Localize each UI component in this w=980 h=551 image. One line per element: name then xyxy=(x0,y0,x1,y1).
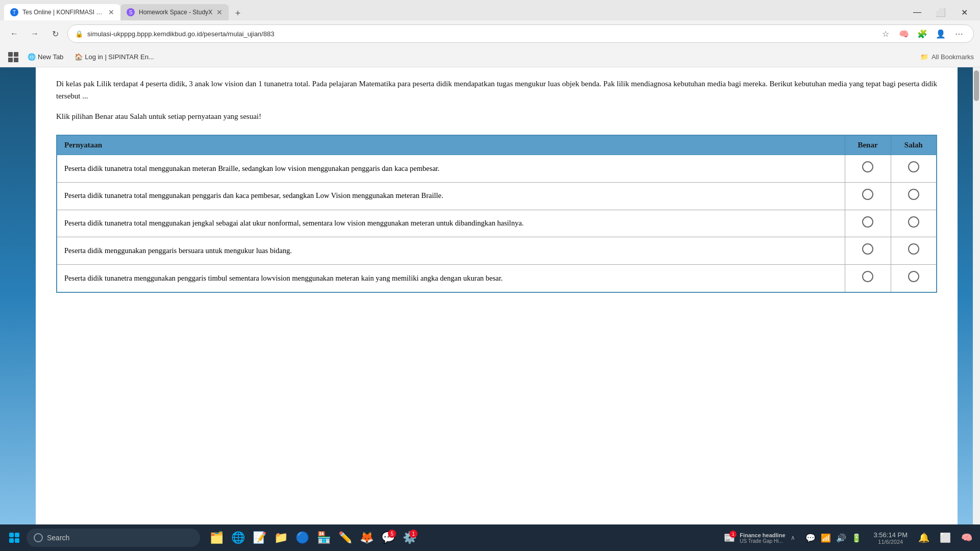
scrollbar-thumb[interactable] xyxy=(974,70,979,101)
salah-radio[interactable] xyxy=(908,189,919,200)
start-button[interactable] xyxy=(4,528,24,548)
battery-icon[interactable]: 🔋 xyxy=(851,533,862,543)
salah-cell[interactable] xyxy=(891,237,937,265)
address-field[interactable]: 🔒 simulasi-ukpppg.bppp.kemdikbud.go.id/p… xyxy=(67,24,974,43)
benar-cell[interactable] xyxy=(845,182,891,210)
taskbar-app-firefox[interactable]: 🦊 xyxy=(356,528,377,548)
whatsapp-badge: 5 xyxy=(388,530,396,538)
sipintar-icon: 🏠 xyxy=(75,53,83,61)
taskbar-app-browser[interactable]: 🔵 xyxy=(292,528,312,548)
col-pernyataan: Pernyataan xyxy=(57,135,845,155)
salah-radio[interactable] xyxy=(908,216,919,228)
salah-cell[interactable] xyxy=(891,155,937,183)
chevron-up-icon: ∧ xyxy=(791,534,795,541)
benar-cell[interactable] xyxy=(845,155,891,183)
salah-radio[interactable] xyxy=(908,243,919,255)
benar-radio[interactable] xyxy=(862,161,873,172)
benar-radio[interactable] xyxy=(862,189,873,200)
file-explorer-icon: 🗂️ xyxy=(210,531,224,544)
maximize-button[interactable]: ⬜ xyxy=(929,4,952,20)
tab1-title: Tes Online | KONFIRMASI DATA xyxy=(22,9,104,16)
benar-cell[interactable] xyxy=(845,210,891,237)
notification-item[interactable]: 📰 1 Finance headline US Trade Gap Hi... xyxy=(722,531,785,545)
taskbar-app-chrome[interactable]: ⚙️ 1 xyxy=(399,528,420,548)
search-placeholder: Search xyxy=(47,534,69,542)
salah-cell[interactable] xyxy=(891,265,937,292)
brain-icon[interactable]: 🧠 xyxy=(897,27,911,41)
tab1-close[interactable]: ✕ xyxy=(108,8,114,16)
taskbar-app-edge[interactable]: 🌐 xyxy=(228,528,248,548)
instruction-text: Klik pilihan Benar atau Salah untuk seti… xyxy=(56,110,937,122)
windows-logo xyxy=(9,533,19,543)
tab-inactive[interactable]: S Homework Space - StudyX ✕ xyxy=(120,4,229,20)
table-row: Peserta didik menggunakan penggaris bers… xyxy=(57,237,937,265)
title-bar: T Tes Online | KONFIRMASI DATA ✕ S Homew… xyxy=(0,0,980,20)
forward-button[interactable]: → xyxy=(27,26,43,42)
taskbar-app-file-explorer[interactable]: 🗂️ xyxy=(206,528,227,548)
page-content: Di kelas pak Lilik terdapat 4 peserta di… xyxy=(0,67,980,524)
notif-subtitle: US Trade Gap Hi... xyxy=(740,538,785,544)
benar-cell[interactable] xyxy=(845,237,891,265)
clock-date: 11/6/2024 xyxy=(878,539,903,545)
profile-icon[interactable]: 👤 xyxy=(934,27,948,41)
volume-icon[interactable]: 🔊 xyxy=(836,533,846,543)
chevron-area[interactable]: ∧ xyxy=(789,534,797,541)
table-row: Peserta didik tunanetra total menggunaka… xyxy=(57,182,937,210)
taskbar-app-store[interactable]: 🏪 xyxy=(313,528,334,548)
salah-radio[interactable] xyxy=(908,271,919,282)
benar-radio[interactable] xyxy=(862,271,873,282)
logo-sq1 xyxy=(9,533,14,537)
address-bar-row: ← → ↻ 🔒 simulasi-ukpppg.bppp.kemdikbud.g… xyxy=(0,20,980,47)
all-bookmarks-label: All Bookmarks xyxy=(932,53,974,61)
tab2-favicon: S xyxy=(127,8,135,16)
salah-cell[interactable] xyxy=(891,182,937,210)
apps-dot xyxy=(8,58,13,62)
search-bar[interactable]: Search xyxy=(27,529,200,547)
apps-button[interactable] xyxy=(6,50,20,64)
refresh-button[interactable]: ↻ xyxy=(47,26,63,42)
back-button[interactable]: ← xyxy=(6,26,22,42)
lock-icon: 🔒 xyxy=(75,30,83,38)
chat-icon[interactable]: 💬 xyxy=(805,533,816,543)
statement-cell: Peserta didik menggunakan penggaris bers… xyxy=(57,237,845,265)
star-icon[interactable]: ☆ xyxy=(878,27,893,41)
notification-bell[interactable]: 🔔 xyxy=(915,529,933,547)
taskbar-app-pencil[interactable]: ✏️ xyxy=(335,528,355,548)
salah-cell[interactable] xyxy=(891,210,937,237)
benar-cell[interactable] xyxy=(845,265,891,292)
sipintar-link[interactable]: 🏠 Log in | SIPINTAR En... xyxy=(70,51,158,63)
sys-icons: 💬 📶 🔊 🔋 xyxy=(800,533,867,543)
pencil-icon: ✏️ xyxy=(338,531,352,544)
notif-icon: 📰 1 xyxy=(722,531,737,545)
address-end-icons: ☆ 🧠 🧩 👤 ⋯ xyxy=(878,27,966,41)
logo-sq2 xyxy=(15,533,19,537)
brain-taskbar-icon[interactable]: 🧠 xyxy=(958,529,976,547)
taskbar-app-notepad[interactable]: 📝 xyxy=(249,528,270,548)
benar-radio[interactable] xyxy=(862,243,873,255)
extensions-icon[interactable]: 🧩 xyxy=(915,27,929,41)
statement-cell: Peserta didik tunanetra total menggunaka… xyxy=(57,210,845,237)
bookmarks-folder-icon: 📁 xyxy=(920,53,928,61)
right-accent xyxy=(958,67,973,524)
benar-radio[interactable] xyxy=(862,216,873,228)
taskbar: Search 🗂️ 🌐 📝 📁 🔵 🏪 ✏️ 🦊 💬 5 ⚙️ 1 📰 xyxy=(0,524,980,551)
scrollbar[interactable] xyxy=(973,67,980,524)
clock-area[interactable]: 3:56:14 PM 11/6/2024 xyxy=(870,531,912,545)
new-tab-button[interactable]: + xyxy=(231,6,245,20)
tab-active[interactable]: T Tes Online | KONFIRMASI DATA ✕ xyxy=(4,4,120,20)
menu-icon[interactable]: ⋯ xyxy=(952,27,966,41)
tab2-close[interactable]: ✕ xyxy=(216,8,223,16)
side-panel-button[interactable]: ⬜ xyxy=(936,529,954,547)
table-row: Peserta didik tunanetra menggunakan peng… xyxy=(57,265,937,292)
minimize-button[interactable]: — xyxy=(905,4,929,20)
close-button[interactable]: ✕ xyxy=(952,4,976,20)
window-controls: — ⬜ ✕ xyxy=(905,4,976,20)
taskbar-app-folder[interactable]: 📁 xyxy=(271,528,291,548)
logo-sq4 xyxy=(15,538,19,543)
search-icon xyxy=(34,533,43,542)
col-salah: Salah xyxy=(891,135,937,155)
wifi-icon[interactable]: 📶 xyxy=(821,533,831,543)
salah-radio[interactable] xyxy=(908,161,919,172)
new-tab-link[interactable]: 🌐 New Tab xyxy=(23,51,67,63)
taskbar-app-whatsapp[interactable]: 💬 5 xyxy=(378,528,398,548)
